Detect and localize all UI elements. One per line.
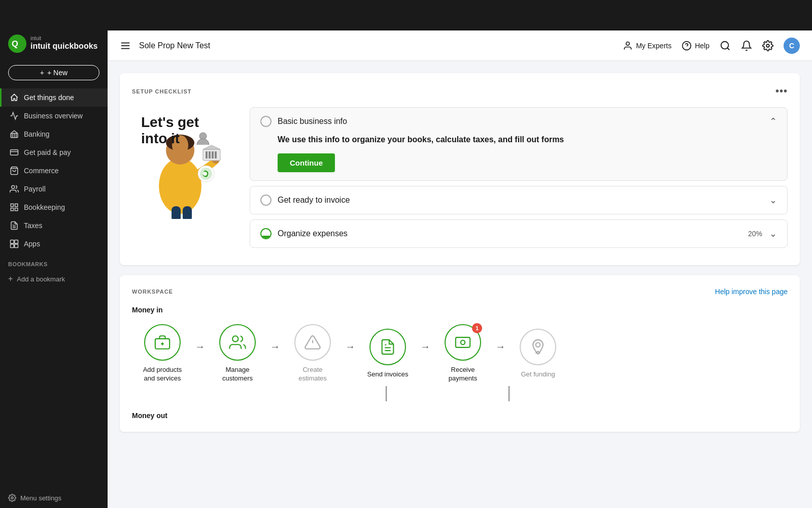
estimates-icon bbox=[304, 334, 321, 351]
money-in-label: Money in bbox=[132, 306, 788, 314]
svg-point-28 bbox=[766, 44, 769, 47]
qb-logo-text: intuit intuit quickbooks bbox=[30, 36, 97, 51]
sidebar-item-label: Get paid & pay bbox=[24, 148, 71, 156]
checklist-body: Let's get into it Basic bus bbox=[132, 107, 788, 253]
svg-point-45 bbox=[203, 172, 207, 176]
sidebar-item-get-paid-pay[interactable]: Get paid & pay bbox=[0, 143, 108, 162]
svg-point-26 bbox=[721, 41, 729, 49]
help-button[interactable]: Help bbox=[682, 41, 709, 51]
workflow-item-create-estimates[interactable]: Createestimates bbox=[282, 324, 343, 383]
apps-icon bbox=[10, 239, 19, 248]
add-bookmark[interactable]: + Add a bookmark bbox=[0, 270, 108, 288]
add-bookmark-label: Add a bookmark bbox=[17, 275, 65, 283]
chevron-down-icon-invoice: ⌄ bbox=[769, 195, 777, 206]
checklist-item-header-invoice[interactable]: Get ready to invoice ⌄ bbox=[260, 195, 777, 206]
sidebar-item-banking[interactable]: Banking bbox=[0, 125, 108, 143]
settings-icon[interactable] bbox=[762, 40, 773, 51]
page-header: Sole Prop New Test My Experts Help C bbox=[108, 30, 812, 61]
help-label: Help bbox=[695, 42, 709, 50]
topbar bbox=[0, 0, 812, 30]
arrow-3: → bbox=[345, 341, 355, 367]
workspace-label: WORKSPACE bbox=[132, 289, 173, 295]
menu-settings[interactable]: Menu settings bbox=[0, 488, 108, 508]
bookkeeping-icon bbox=[10, 203, 19, 212]
svg-rect-40 bbox=[212, 151, 214, 158]
workflow-label-add-products: Add productsand services bbox=[143, 366, 182, 383]
workflow-item-manage-customers[interactable]: Managecustomers bbox=[207, 324, 268, 383]
workflow-item-add-products[interactable]: Add productsand services bbox=[132, 324, 193, 383]
bell-icon[interactable] bbox=[741, 40, 752, 51]
sidebar-item-get-things-done[interactable]: Get things done bbox=[0, 88, 108, 107]
avatar[interactable]: C bbox=[784, 38, 800, 54]
workflow-label-get-funding: Get funding bbox=[521, 370, 555, 379]
new-button[interactable]: + + New bbox=[8, 65, 99, 80]
workflow-circle-add-products bbox=[144, 324, 181, 361]
svg-rect-38 bbox=[206, 151, 208, 158]
svg-rect-18 bbox=[15, 244, 18, 248]
workspace-header: WORKSPACE Help improve this page bbox=[132, 288, 788, 296]
help-icon bbox=[682, 41, 692, 51]
bank-icon bbox=[10, 130, 19, 139]
sidebar: Q intuit intuit quickbooks + + New Get t… bbox=[0, 30, 108, 508]
home-icon bbox=[10, 93, 19, 102]
checklist-item-title-invoice: Get ready to invoice bbox=[278, 196, 350, 205]
sidebar-item-label: Get things done bbox=[24, 93, 74, 102]
customers-icon bbox=[229, 334, 246, 351]
workflow-item-send-invoices[interactable]: Send invoices bbox=[357, 329, 418, 379]
setup-checklist-card: SETUP CHECKLIST ••• bbox=[120, 73, 800, 265]
chart-icon bbox=[10, 111, 19, 120]
svg-rect-11 bbox=[15, 208, 18, 211]
plus-icon: + bbox=[40, 69, 44, 77]
checklist-illustration: Let's get into it bbox=[132, 107, 233, 219]
checklist-item-left: Basic business info bbox=[260, 116, 347, 127]
sidebar-item-label: Commerce bbox=[24, 167, 58, 175]
indicator-line-2 bbox=[509, 386, 510, 401]
checklist-label: SETUP CHECKLIST bbox=[132, 88, 191, 94]
checklist-item-right-expenses: 20% ⌄ bbox=[748, 228, 777, 239]
help-improve-link[interactable]: Help improve this page bbox=[715, 288, 788, 296]
sidebar-item-commerce[interactable]: Commerce bbox=[0, 162, 108, 180]
sidebar-item-label: Banking bbox=[24, 130, 50, 138]
sidebar-item-taxes[interactable]: Taxes bbox=[0, 216, 108, 235]
chevron-down-icon-expenses: ⌄ bbox=[769, 228, 777, 239]
my-experts-button[interactable]: My Experts bbox=[623, 41, 671, 51]
sidebar-item-payroll[interactable]: Payroll bbox=[0, 180, 108, 198]
checklist-header: SETUP CHECKLIST ••• bbox=[132, 85, 788, 97]
workflow-item-get-funding[interactable]: Get funding bbox=[507, 329, 568, 379]
checklist-item-left-invoice: Get ready to invoice bbox=[260, 195, 350, 206]
svg-point-29 bbox=[159, 158, 201, 214]
checklist-item-header-expenses[interactable]: Organize expenses 20% ⌄ bbox=[260, 228, 777, 239]
more-options-button[interactable]: ••• bbox=[775, 85, 788, 97]
page-content: SETUP CHECKLIST ••• bbox=[108, 61, 812, 508]
svg-rect-35 bbox=[183, 206, 192, 219]
checklist-item-invoice: Get ready to invoice ⌄ bbox=[250, 186, 788, 214]
sidebar-item-apps[interactable]: Apps bbox=[0, 235, 108, 253]
payments-icon bbox=[454, 334, 471, 351]
workflow-label-create-estimates: Createestimates bbox=[298, 366, 327, 383]
workflow-circle-send-invoices bbox=[369, 329, 406, 365]
checklist-item-header-basic[interactable]: Basic business info ⌃ bbox=[260, 116, 777, 127]
sidebar-item-label: Payroll bbox=[24, 185, 46, 193]
new-button-label: + New bbox=[47, 69, 67, 77]
receive-payments-indicator bbox=[509, 386, 510, 401]
content-area: Sole Prop New Test My Experts Help C bbox=[108, 30, 812, 508]
header-actions: My Experts Help C bbox=[623, 38, 800, 54]
svg-point-19 bbox=[11, 497, 13, 499]
workflow-item-receive-payments[interactable]: 1 Receivepayments bbox=[432, 324, 493, 383]
checklist-items: Basic business info ⌃ We use this info t… bbox=[250, 107, 788, 253]
search-icon[interactable] bbox=[720, 40, 731, 51]
page-title: Sole Prop New Test bbox=[139, 41, 615, 50]
hamburger-icon[interactable] bbox=[120, 40, 131, 51]
svg-rect-39 bbox=[209, 151, 211, 158]
sidebar-item-bookkeeping[interactable]: Bookkeeping bbox=[0, 198, 108, 216]
arrow-4: → bbox=[420, 341, 430, 367]
checklist-item-expenses: Organize expenses 20% ⌄ bbox=[250, 219, 788, 248]
continue-button[interactable]: Continue bbox=[278, 153, 335, 172]
workflow-label-send-invoices: Send invoices bbox=[367, 370, 409, 379]
money-icon bbox=[10, 148, 19, 157]
indicator-line-1 bbox=[386, 386, 387, 401]
sidebar-item-business-overview[interactable]: Business overview bbox=[0, 107, 108, 125]
menu-settings-label: Menu settings bbox=[20, 494, 61, 502]
svg-rect-9 bbox=[11, 204, 13, 206]
person-icon bbox=[623, 41, 633, 51]
